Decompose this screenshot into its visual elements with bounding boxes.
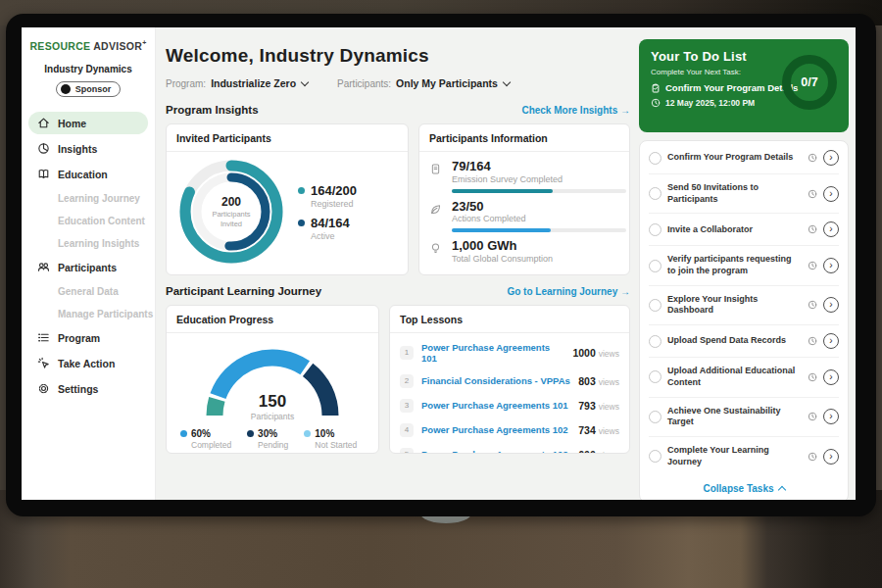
stat-row: 23/50 Actions Completed [429,200,619,233]
clock-icon [808,300,817,310]
todo-task-row[interactable]: Achieve One Sustainability Target › [649,398,839,437]
logo-secondary: ADVISOR [93,40,142,52]
sidebar-item-education-content[interactable]: Education Content [28,211,148,230]
todo-task-row[interactable]: Upload Spend Data Records › [649,325,839,358]
main-content: Welcome, Industry Dynamics Program:Indus… [156,27,642,500]
sidebar-item-home[interactable]: Home [28,112,148,134]
sponsor-icon [61,84,71,94]
legend-dot [304,430,311,437]
sidebar-item-label: Participants [58,262,117,273]
task-chevron-button[interactable]: › [823,297,839,313]
bulb-icon [429,242,442,255]
pie-chart-icon [37,142,50,155]
legend-dot [180,430,187,437]
lesson-link[interactable]: Financial Considerations - VPPAs [421,375,570,386]
legend-label: Completed [191,440,231,450]
lesson-views: 734views [578,424,619,436]
legend-label: Registered [311,199,357,209]
stat-progress-bar [452,228,626,232]
task-chevron-button[interactable]: › [823,369,839,385]
top-lessons-card: Top Lessons 1 Power Purchase Agreements … [389,305,630,454]
lesson-views: 600views [578,449,619,455]
go-to-learning-journey-link[interactable]: Go to Learning Journey → [507,286,630,297]
sidebar-item-program[interactable]: Program [28,326,148,349]
task-chevron-button[interactable]: › [823,221,839,237]
task-checkbox[interactable] [649,411,662,423]
sidebar-item-learning-insights[interactable]: Learning Insights [28,233,148,253]
card-title: Top Lessons [390,306,629,333]
lesson-rank: 1 [400,346,414,360]
legend-label: Not Started [315,440,357,450]
sidebar-item-label: Education [58,169,108,180]
sidebar-item-general-data[interactable]: General Data [28,281,148,301]
todo-task-row[interactable]: Invite a Collaborator › [649,214,839,246]
task-label: Upload Additional Educational Content [667,366,802,388]
sidebar-item-label: Manage Participants [58,309,153,319]
gear-icon [37,382,50,395]
task-checkbox[interactable] [649,187,662,200]
lesson-link[interactable]: Power Purchase Agreements 101 [421,400,570,411]
collapse-tasks-link[interactable]: Collapse Tasks [649,475,839,500]
task-label: Send 50 Invitations to Participants [667,182,802,205]
clock-icon [808,336,817,346]
task-chevron-button[interactable]: › [823,409,839,424]
task-checkbox[interactable] [649,152,662,165]
sidebar-item-insights[interactable]: Insights [28,137,148,160]
task-checkbox[interactable] [649,335,662,348]
clock-icon [808,372,817,382]
lesson-rank: 5 [400,448,414,455]
todo-header-card: Your To Do List Complete Your Next Task:… [639,39,849,132]
sidebar-item-settings[interactable]: Settings [28,377,148,400]
task-chevron-button[interactable]: › [823,449,839,465]
program-value: Industrialize Zero [211,77,296,89]
check-more-insights-link[interactable]: Check More Insights → [521,105,630,116]
lesson-link[interactable]: Power Purchase Agreements 101 [421,342,564,364]
todo-progress-ring: 0/7 [782,55,837,110]
lesson-rank: 3 [400,399,414,413]
task-checkbox[interactable] [649,223,662,236]
task-chevron-button[interactable]: › [823,258,839,273]
book-icon [37,168,50,180]
lesson-row: 2 Financial Considerations - VPPAs 803vi… [400,368,619,393]
todo-task-row[interactable]: Complete Your Learning Journey › [649,437,839,475]
donut-center-label: Participants Invited [204,210,259,228]
participants-value: Only My Participants [396,77,498,89]
program-select[interactable]: Program:Industrialize Zero [166,77,308,89]
sidebar-item-label: Settings [58,383,98,395]
legend-dot [298,187,305,194]
todo-task-row[interactable]: Confirm Your Program Details › [649,142,839,174]
task-checkbox[interactable] [649,370,662,383]
legend-dot [298,220,305,226]
lesson-link[interactable]: Power Purchase Agreements 102 [421,424,570,435]
lesson-link[interactable]: Power Purchase Agreements 103 [421,449,570,454]
gauge-legend-item: 30% Pending [247,428,288,450]
sidebar-item-learning-journey[interactable]: Learning Journey [28,188,148,208]
legend-value: 10% [315,428,334,439]
sidebar-item-participants[interactable]: Participants [28,256,148,278]
invited-participants-card: Invited Participants 200 Participants In… [166,123,409,275]
donut-legend-item: 84/164 Active [298,216,357,241]
clock-icon [808,189,817,199]
todo-task-row[interactable]: Send 50 Invitations to Participants › [649,174,839,214]
task-chevron-button[interactable]: › [823,186,839,202]
todo-task-row[interactable]: Explore Your Insights Dashboard › [649,286,839,325]
logo-primary: RESOURCE [29,40,90,52]
todo-task-row[interactable]: Upload Additional Educational Content › [649,358,839,397]
legend-value: 60% [191,428,211,439]
stat-row: 79/164 Emission Survey Completed [429,160,619,193]
stat-row: 1,000 GWh Total Global Consumption [429,239,619,264]
participants-select[interactable]: Participants:Only My Participants [337,77,510,89]
todo-task-row[interactable]: Verify participants requesting to join t… [649,246,839,285]
task-chevron-button[interactable]: › [823,333,839,349]
task-checkbox[interactable] [649,450,662,463]
donut-legend-item: 164/200 Registered [298,183,357,209]
sidebar-item-education[interactable]: Education [28,163,148,185]
sidebar-item-manage-participants[interactable]: Manage Participants [28,304,148,323]
clock-icon [808,452,817,462]
sidebar-item-take-action[interactable]: Take Action [28,352,148,374]
task-checkbox[interactable] [649,299,662,312]
sidebar-item-label: Home [58,118,86,129]
task-chevron-button[interactable]: › [823,150,839,166]
task-checkbox[interactable] [649,260,662,272]
sponsor-badge[interactable]: Sponsor [56,81,122,97]
